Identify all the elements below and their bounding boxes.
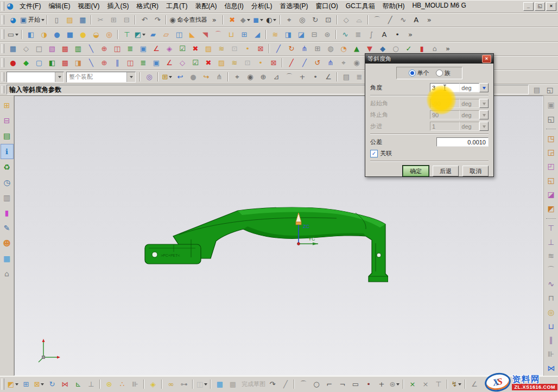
isocline-button[interactable]: ╱: [272, 43, 285, 54]
sketch-fillet-button[interactable]: ⌐: [323, 378, 336, 390]
slope-button[interactable]: ╲: [85, 57, 98, 68]
back-button[interactable]: 后退: [433, 166, 459, 176]
intersect-button[interactable]: ◫: [173, 29, 186, 40]
overflow-chevron[interactable]: »: [404, 29, 417, 40]
layers-button[interactable]: ≣: [124, 43, 137, 54]
angle-input[interactable]: 3: [430, 83, 460, 92]
open-button[interactable]: ▨: [63, 14, 76, 26]
quick-constrain-button[interactable]: ↯: [450, 378, 463, 390]
lifter-button[interactable]: ⊓: [545, 292, 557, 305]
redo-button[interactable]: ↷: [151, 14, 164, 26]
chevron-down-icon[interactable]: [55, 72, 64, 82]
bounded-plane-button[interactable]: □: [33, 43, 46, 54]
curvature-button[interactable]: ▩: [59, 57, 72, 68]
verify-button[interactable]: ☑: [176, 43, 189, 54]
panel-b-button[interactable]: ≣: [353, 71, 366, 83]
error-button[interactable]: ✖: [202, 57, 215, 68]
angle-check-button[interactable]: ∠: [163, 57, 176, 68]
tolerance-input[interactable]: 0.0010: [436, 137, 489, 147]
zoom-view-button[interactable]: ◎: [296, 14, 309, 26]
down-button[interactable]: ▼: [363, 43, 376, 54]
materials-tab[interactable]: ✎: [1, 221, 13, 235]
screw-a-button[interactable]: ⊤: [545, 222, 557, 235]
point-button[interactable]: •: [391, 29, 404, 40]
interpart-link-button[interactable]: ∞: [164, 378, 177, 390]
menu-file[interactable]: 文件(F): [16, 1, 45, 12]
rotate-view-button[interactable]: ↻: [309, 14, 322, 26]
split-body-button[interactable]: ⊟: [308, 29, 321, 40]
unit-dropdown-icon[interactable]: [479, 83, 489, 92]
sequence-button[interactable]: ⊾: [72, 378, 85, 390]
snapshot-button[interactable]: ⌓: [353, 14, 366, 26]
measure-button[interactable]: ◆: [20, 57, 33, 68]
sketch-grid-button[interactable]: ▩: [226, 378, 239, 390]
assembly-constraints-button[interactable]: ⊞: [20, 378, 33, 390]
pattern-button[interactable]: ⊞: [238, 29, 251, 40]
boxed-button[interactable]: ▣: [150, 57, 163, 68]
focus-button[interactable]: ◉: [350, 57, 363, 68]
datum-csys[interactable]: [37, 337, 62, 364]
undo-selection-button[interactable]: ↩: [174, 71, 187, 83]
surface-grid-button[interactable]: ▦: [7, 43, 20, 54]
screw-b-button[interactable]: ⊥: [545, 236, 557, 249]
edge-blend-button[interactable]: ◣: [186, 29, 199, 40]
spectrum-button[interactable]: ▮: [415, 43, 428, 54]
sketch-plus-button[interactable]: +: [375, 378, 388, 390]
draft-button[interactable]: ◢: [251, 29, 264, 40]
extrude-button[interactable]: ◧: [24, 29, 37, 40]
spring-button[interactable]: ≋: [545, 249, 557, 262]
templates-tab[interactable]: ⌂: [1, 267, 13, 281]
view-style-button[interactable]: ◼: [252, 14, 265, 26]
cleanup-button[interactable]: ≋: [228, 57, 241, 68]
menu-insert[interactable]: 插入(S): [103, 1, 132, 12]
part-navigator-tab[interactable]: ▤: [1, 129, 13, 143]
snap-angle-button[interactable]: ⊿: [270, 71, 283, 83]
make-corner-button[interactable]: ⊤: [432, 378, 445, 390]
mold-trim-button[interactable]: ◲: [545, 146, 557, 159]
mold-pocket-button[interactable]: ◩: [545, 202, 557, 215]
overflow-chevron[interactable]: »: [423, 14, 436, 26]
thicken-button[interactable]: ◨: [282, 29, 295, 40]
dock-panel-icon[interactable]: ◱: [543, 84, 556, 96]
selection-scope-combo[interactable]: 整个装配: [66, 72, 136, 83]
reuse-library-tab[interactable]: ♻: [1, 160, 13, 174]
snap-arc-button[interactable]: ⌒: [283, 71, 296, 83]
close-button[interactable]: ×: [546, 2, 556, 11]
line-tool-button[interactable]: ╱: [384, 14, 397, 26]
door-handle-model[interactable]: >PC+PET<: [141, 205, 388, 284]
patch-button[interactable]: ▩: [59, 43, 72, 54]
dialog-titlebar[interactable]: 等斜度角 ×: [365, 54, 493, 64]
sketch-point-button[interactable]: •: [362, 378, 375, 390]
print-button[interactable]: ⊡: [241, 57, 254, 68]
wave-link-button[interactable]: ∿: [339, 29, 352, 40]
isocline-red-button[interactable]: ╱: [285, 57, 298, 68]
snap-point-button[interactable]: •: [309, 71, 322, 83]
minimize-button[interactable]: _: [523, 2, 534, 11]
panel-toggle-button[interactable]: ▣: [545, 98, 557, 111]
snap-midpoint-button[interactable]: ⌖: [231, 71, 244, 83]
swirl-button[interactable]: ◎: [103, 29, 116, 40]
tree-button[interactable]: ⋔: [324, 57, 337, 68]
cut-button[interactable]: ✂: [94, 14, 107, 26]
undo-analysis-button[interactable]: ↺: [311, 57, 324, 68]
menu-window[interactable]: 窗口(O): [312, 1, 341, 12]
mold-cavity-button[interactable]: ◰: [545, 160, 557, 173]
spline-tool-button[interactable]: ∿: [397, 14, 410, 26]
nx-logo-icon[interactable]: ◕: [7, 14, 20, 26]
menu-format[interactable]: 格式(R): [132, 1, 162, 12]
radio-single[interactable]: 单个: [409, 69, 429, 77]
gallery-tab[interactable]: ▦: [1, 251, 13, 265]
sketch-button[interactable]: ▭: [7, 29, 20, 40]
arc-tool-button[interactable]: ⌒: [371, 14, 384, 26]
sphere-button[interactable]: ●: [77, 29, 90, 40]
datum-plane-button[interactable]: ⊤: [121, 29, 134, 40]
target-button[interactable]: ⊕: [98, 57, 111, 68]
grid-button[interactable]: ⊞: [311, 43, 324, 54]
shade-analysis-button[interactable]: ◍: [324, 43, 337, 54]
chain-button[interactable]: ⊪: [129, 378, 142, 390]
radio-family[interactable]: 族: [436, 69, 451, 77]
dome-button[interactable]: ◒: [90, 29, 103, 40]
menu-hb-mould[interactable]: HB_MOULD M6 G: [408, 1, 470, 12]
parallel-button[interactable]: ∥: [111, 57, 124, 68]
pin-button[interactable]: ∥: [545, 334, 557, 347]
